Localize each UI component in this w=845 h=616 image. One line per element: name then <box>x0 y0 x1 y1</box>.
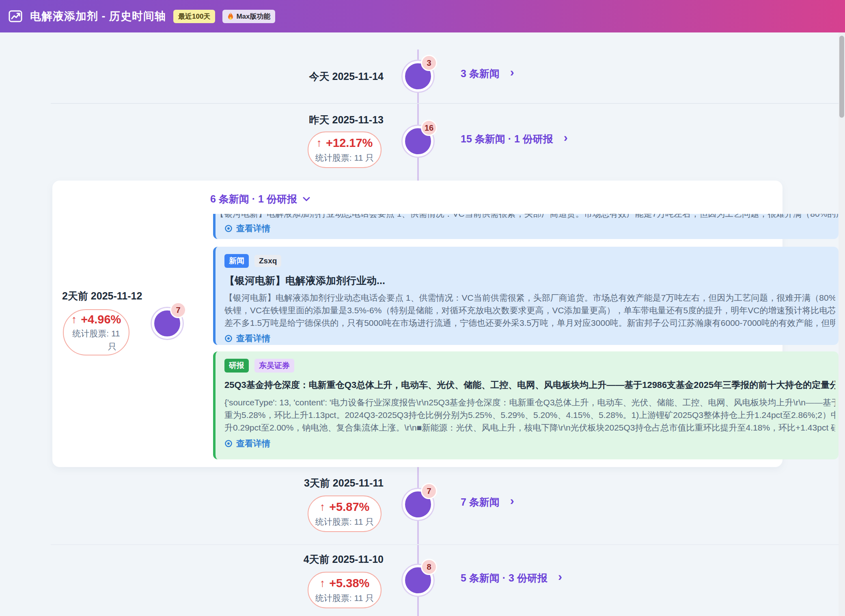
row-date: 2天前 2025-11-12 <box>62 289 142 303</box>
change-pill: ↑+5.87% 统计股票: 11 只 <box>308 495 382 532</box>
up-arrow-icon: ↑ <box>317 137 322 149</box>
eye-icon <box>224 224 233 233</box>
report-body-line: 升0.29pct至2.00%，钠电池、复合集流体上涨。\r\n■新能源：光伏、风… <box>224 421 835 434</box>
scrollbar-track[interactable] <box>839 32 845 616</box>
change-percent: +5.38% <box>329 577 369 590</box>
news-body-line: 铁锂，VC在铁锂里面的添加量是3.5%-6%（特别是储能，对循环充放电次数要求更… <box>224 304 835 317</box>
chevron-right-icon: › <box>510 66 514 78</box>
view-details-link[interactable]: 查看详情 <box>224 438 835 449</box>
news-source-badge: Zsxq <box>254 255 281 267</box>
up-arrow-icon: ↑ <box>320 577 325 590</box>
fire-icon <box>227 12 234 20</box>
stocks-count: 统计股票: 11 只 <box>315 516 374 528</box>
view-details-link[interactable]: 查看详情 <box>224 333 835 344</box>
page-title: 电解液添加剂 - 历史时间轴 <box>30 9 166 24</box>
row-divider <box>51 103 839 104</box>
change-pill: ↑+12.17% 统计股票: 11 只 <box>308 131 382 168</box>
news-title: 【银河电新】电解液添加剂行业动... <box>224 274 835 287</box>
chart-trend-icon <box>8 9 23 24</box>
node-count-badge: 16 <box>421 120 437 136</box>
eye-icon <box>224 334 233 342</box>
stocks-count-unit: 只 <box>108 341 129 352</box>
report-source-badge: 东吴证券 <box>254 359 294 373</box>
change-percent: +5.87% <box>329 500 369 514</box>
news-card-partial[interactable]: 【银河电新】电解液添加剂行业动态电话会要点 1、供需情况：VC当前供需很紧，头部… <box>213 214 839 239</box>
report-body-line: {'sourceType': 13, 'content': '电力设备行业深度报… <box>224 396 835 409</box>
node-count-badge: 3 <box>421 55 437 71</box>
panel-summary-toggle[interactable]: 6 条新闻 · 1 份研报 <box>210 192 310 206</box>
news-type-badge: 新闻 <box>224 254 249 268</box>
stocks-count: 统计股票: 11 只 <box>315 152 374 164</box>
node-count-badge: 7 <box>170 302 186 318</box>
node-count-badge: 8 <box>421 559 437 575</box>
row-date: 昨天 2025-11-13 <box>262 113 384 127</box>
report-type-badge: 研报 <box>224 359 249 373</box>
up-arrow-icon: ↑ <box>320 501 325 513</box>
clipped-text: 【银河电新】电解液添加剂行业动态电话会要点 1、供需情况：VC当前供需很紧，头部… <box>216 214 839 219</box>
eye-icon <box>224 439 233 448</box>
chevron-right-icon: › <box>564 131 568 144</box>
row-divider <box>51 544 839 545</box>
scrollbar-thumb[interactable] <box>839 36 844 118</box>
change-percent: +4.96% <box>81 313 121 326</box>
row-date: 3天前 2025-11-11 <box>262 476 384 490</box>
change-percent: +12.17% <box>326 136 373 150</box>
header-bar: 电解液添加剂 - 历史时间轴 最近100天 Max版功能 <box>0 0 845 32</box>
change-pill: ↑+4.96% 统计股票: 11 只 <box>63 309 129 355</box>
row-summary-link[interactable]: 7 条新闻 › <box>461 493 514 511</box>
max-feature-badge: Max版功能 <box>222 10 275 23</box>
row-date: 今天 2025-11-14 <box>262 70 384 83</box>
report-title: 25Q3基金持仓深度：电新重仓Q3总体上升，电动车、光伏、储能、工控、电网、风电… <box>224 379 835 391</box>
stocks-count: 统计股票: 11 <box>72 328 120 339</box>
stocks-count: 统计股票: 11 只 <box>315 592 374 604</box>
days-range-badge: 最近100天 <box>173 10 215 23</box>
row-summary-link[interactable]: 15 条新闻 · 1 份研报 › <box>461 129 568 148</box>
news-body-line: 差不多1.5万吨是给宁德保供的，只有5000吨在市场进行流通，宁德也还要外采3.… <box>224 317 835 329</box>
news-card[interactable]: 新闻 Zsxq 【银河电新】电解液添加剂行业动... 【银河电新】电解液添加剂行… <box>213 247 839 345</box>
chevron-right-icon: › <box>558 571 562 583</box>
chevron-down-icon <box>303 197 310 201</box>
row-summary-link[interactable]: 5 条新闻 · 3 份研报 › <box>461 569 562 587</box>
row-date: 4天前 2025-11-10 <box>262 553 384 566</box>
chevron-right-icon: › <box>510 495 514 507</box>
node-count-badge: 7 <box>421 483 437 499</box>
view-details-link[interactable]: 查看详情 <box>224 223 839 234</box>
report-body-line: 重为5.28%，环比上升1.13pct。2024Q3-2025Q3持仓比例分别为… <box>224 409 835 421</box>
timeline-page: 电解液添加剂 - 历史时间轴 最近100天 Max版功能 今天 2025-11-… <box>0 0 845 616</box>
up-arrow-icon: ↑ <box>71 313 77 326</box>
row-summary-link[interactable]: 3 条新闻 › <box>461 64 514 83</box>
change-pill: ↑+5.38% 统计股票: 11 只 <box>308 572 382 608</box>
news-body-line: 【银河电新】电解液添加剂行业动态电话会要点 1、供需情况：VC当前供需很紧，头部… <box>224 291 835 304</box>
report-card[interactable]: 研报 东吴证券 25Q3基金持仓深度：电新重仓Q3总体上升，电动车、光伏、储能、… <box>213 351 839 459</box>
